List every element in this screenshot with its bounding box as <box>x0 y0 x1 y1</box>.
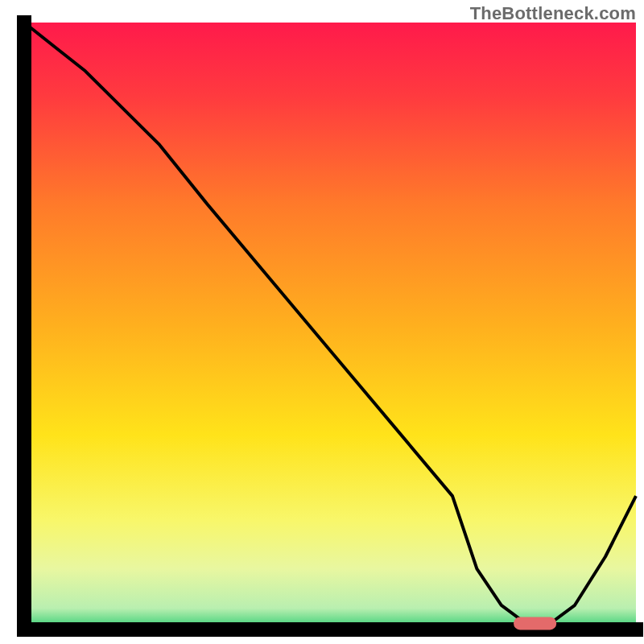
gradient-background <box>24 23 636 630</box>
plot-area <box>24 23 636 630</box>
chart-stage: TheBottleneck.com <box>0 0 644 644</box>
bottleneck-chart <box>0 0 644 644</box>
optimum-marker <box>514 617 556 630</box>
